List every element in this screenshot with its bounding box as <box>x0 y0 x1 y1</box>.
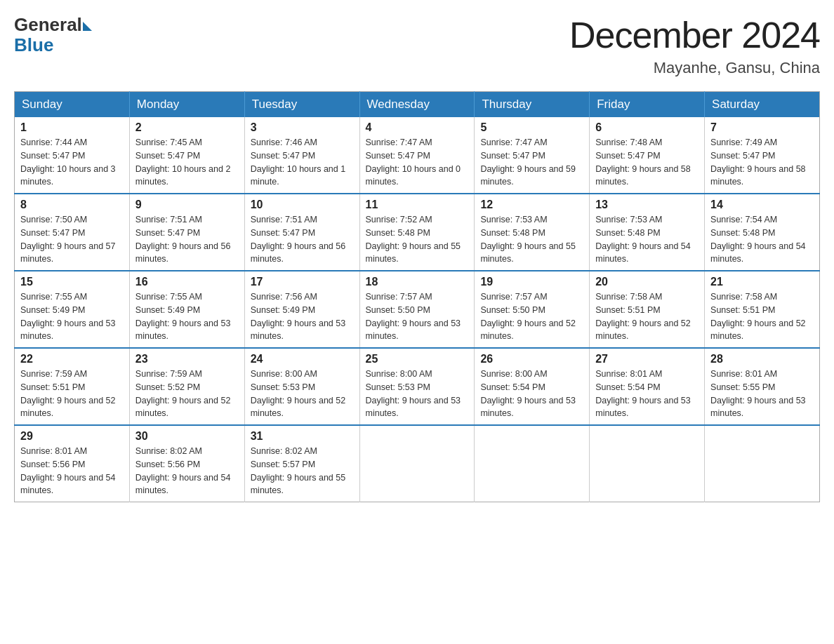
calendar-day-cell: 19 Sunrise: 7:57 AMSunset: 5:50 PMDaylig… <box>475 271 590 348</box>
day-info: Sunrise: 7:45 AMSunset: 5:47 PMDaylight:… <box>135 136 239 189</box>
calendar-day-cell <box>359 425 475 502</box>
day-number: 2 <box>135 121 239 134</box>
day-info: Sunrise: 7:58 AMSunset: 5:51 PMDaylight:… <box>595 290 699 343</box>
day-of-week-header: Friday <box>590 92 705 118</box>
day-number: 17 <box>251 276 354 288</box>
calendar-day-cell: 12 Sunrise: 7:53 AMSunset: 5:48 PMDaylig… <box>475 194 590 271</box>
calendar-day-cell: 7 Sunrise: 7:49 AMSunset: 5:47 PMDayligh… <box>705 117 820 194</box>
day-info: Sunrise: 7:59 AMSunset: 5:51 PMDaylight:… <box>20 368 124 420</box>
calendar-day-cell: 30 Sunrise: 8:02 AMSunset: 5:56 PMDaylig… <box>129 425 244 502</box>
day-info: Sunrise: 7:47 AMSunset: 5:47 PMDaylight:… <box>366 136 469 189</box>
day-info: Sunrise: 7:47 AMSunset: 5:47 PMDaylight:… <box>480 136 583 189</box>
day-number: 24 <box>251 353 354 365</box>
calendar-day-cell: 28 Sunrise: 8:01 AMSunset: 5:55 PMDaylig… <box>705 348 820 425</box>
calendar-day-cell: 21 Sunrise: 7:58 AMSunset: 5:51 PMDaylig… <box>705 271 820 348</box>
calendar-day-cell: 8 Sunrise: 7:50 AMSunset: 5:47 PMDayligh… <box>15 194 130 271</box>
day-number: 10 <box>251 199 354 211</box>
day-info: Sunrise: 7:57 AMSunset: 5:50 PMDaylight:… <box>480 290 583 343</box>
day-of-week-header: Monday <box>129 92 244 118</box>
calendar-week-row: 22 Sunrise: 7:59 AMSunset: 5:51 PMDaylig… <box>15 348 820 425</box>
day-info: Sunrise: 7:56 AMSunset: 5:49 PMDaylight:… <box>251 290 354 343</box>
day-info: Sunrise: 7:48 AMSunset: 5:47 PMDaylight:… <box>595 136 699 189</box>
month-title: December 2024 <box>569 14 820 56</box>
day-number: 31 <box>251 430 354 443</box>
day-info: Sunrise: 8:01 AMSunset: 5:54 PMDaylight:… <box>595 368 699 420</box>
day-info: Sunrise: 7:59 AMSunset: 5:52 PMDaylight:… <box>135 368 239 420</box>
calendar-day-cell: 6 Sunrise: 7:48 AMSunset: 5:47 PMDayligh… <box>590 117 705 194</box>
day-info: Sunrise: 7:51 AMSunset: 5:47 PMDaylight:… <box>251 213 354 266</box>
calendar-day-cell: 29 Sunrise: 8:01 AMSunset: 5:56 PMDaylig… <box>15 425 130 502</box>
day-number: 8 <box>20 199 124 211</box>
day-info: Sunrise: 7:44 AMSunset: 5:47 PMDaylight:… <box>20 136 124 189</box>
calendar-week-row: 1 Sunrise: 7:44 AMSunset: 5:47 PMDayligh… <box>15 117 820 194</box>
logo-general-text: General <box>14 14 82 36</box>
day-info: Sunrise: 8:00 AMSunset: 5:54 PMDaylight:… <box>480 368 583 420</box>
calendar-day-cell <box>590 425 705 502</box>
calendar-day-cell <box>705 425 820 502</box>
day-number: 6 <box>595 121 699 134</box>
day-info: Sunrise: 7:51 AMSunset: 5:47 PMDaylight:… <box>135 213 239 266</box>
day-info: Sunrise: 8:00 AMSunset: 5:53 PMDaylight:… <box>251 368 354 420</box>
day-number: 7 <box>710 121 814 134</box>
calendar-day-cell: 10 Sunrise: 7:51 AMSunset: 5:47 PMDaylig… <box>244 194 359 271</box>
day-info: Sunrise: 7:50 AMSunset: 5:47 PMDaylight:… <box>20 213 124 266</box>
calendar-day-cell: 20 Sunrise: 7:58 AMSunset: 5:51 PMDaylig… <box>590 271 705 348</box>
day-number: 3 <box>251 121 354 134</box>
day-info: Sunrise: 7:49 AMSunset: 5:47 PMDaylight:… <box>710 136 814 189</box>
calendar-week-row: 8 Sunrise: 7:50 AMSunset: 5:47 PMDayligh… <box>15 194 820 271</box>
day-of-week-header: Thursday <box>475 92 590 118</box>
day-number: 4 <box>366 121 469 134</box>
day-of-week-header: Saturday <box>705 92 820 118</box>
day-info: Sunrise: 7:58 AMSunset: 5:51 PMDaylight:… <box>710 290 814 343</box>
day-info: Sunrise: 8:01 AMSunset: 5:55 PMDaylight:… <box>710 368 814 420</box>
calendar-day-cell <box>475 425 590 502</box>
calendar-day-cell: 27 Sunrise: 8:01 AMSunset: 5:54 PMDaylig… <box>590 348 705 425</box>
day-info: Sunrise: 7:52 AMSunset: 5:48 PMDaylight:… <box>366 213 469 266</box>
day-info: Sunrise: 7:46 AMSunset: 5:47 PMDaylight:… <box>251 136 354 189</box>
day-info: Sunrise: 7:55 AMSunset: 5:49 PMDaylight:… <box>20 290 124 343</box>
day-number: 13 <box>595 199 699 211</box>
calendar-day-cell: 31 Sunrise: 8:02 AMSunset: 5:57 PMDaylig… <box>244 425 359 502</box>
day-info: Sunrise: 7:57 AMSunset: 5:50 PMDaylight:… <box>366 290 469 343</box>
day-number: 11 <box>366 199 469 211</box>
day-of-week-header: Tuesday <box>244 92 359 118</box>
calendar-day-cell: 9 Sunrise: 7:51 AMSunset: 5:47 PMDayligh… <box>129 194 244 271</box>
calendar-day-cell: 24 Sunrise: 8:00 AMSunset: 5:53 PMDaylig… <box>244 348 359 425</box>
day-number: 1 <box>20 121 124 134</box>
calendar-table: SundayMondayTuesdayWednesdayThursdayFrid… <box>14 91 820 502</box>
day-number: 29 <box>20 430 124 443</box>
calendar-day-cell: 16 Sunrise: 7:55 AMSunset: 5:49 PMDaylig… <box>129 271 244 348</box>
day-number: 26 <box>480 353 583 365</box>
day-number: 19 <box>480 276 583 288</box>
day-info: Sunrise: 7:54 AMSunset: 5:48 PMDaylight:… <box>710 213 814 266</box>
location-text: Mayanhe, Gansu, China <box>569 59 820 77</box>
day-number: 25 <box>366 353 469 365</box>
calendar-day-cell: 13 Sunrise: 7:53 AMSunset: 5:48 PMDaylig… <box>590 194 705 271</box>
title-section: December 2024 Mayanhe, Gansu, China <box>569 14 820 77</box>
day-number: 28 <box>710 353 814 365</box>
day-number: 27 <box>595 353 699 365</box>
day-number: 9 <box>135 199 239 211</box>
calendar-day-cell: 2 Sunrise: 7:45 AMSunset: 5:47 PMDayligh… <box>129 117 244 194</box>
day-number: 12 <box>480 199 583 211</box>
calendar-day-cell: 4 Sunrise: 7:47 AMSunset: 5:47 PMDayligh… <box>359 117 475 194</box>
day-number: 14 <box>710 199 814 211</box>
calendar-day-cell: 14 Sunrise: 7:54 AMSunset: 5:48 PMDaylig… <box>705 194 820 271</box>
day-number: 5 <box>480 121 583 134</box>
calendar-day-cell: 22 Sunrise: 7:59 AMSunset: 5:51 PMDaylig… <box>15 348 130 425</box>
calendar-week-row: 29 Sunrise: 8:01 AMSunset: 5:56 PMDaylig… <box>15 425 820 502</box>
day-number: 20 <box>595 276 699 288</box>
calendar-day-cell: 26 Sunrise: 8:00 AMSunset: 5:54 PMDaylig… <box>475 348 590 425</box>
logo-blue-text: Blue <box>14 34 92 56</box>
calendar-header-row: SundayMondayTuesdayWednesdayThursdayFrid… <box>15 92 820 118</box>
day-info: Sunrise: 8:02 AMSunset: 5:56 PMDaylight:… <box>135 445 239 497</box>
day-info: Sunrise: 8:00 AMSunset: 5:53 PMDaylight:… <box>366 368 469 420</box>
day-number: 21 <box>710 276 814 288</box>
calendar-day-cell: 11 Sunrise: 7:52 AMSunset: 5:48 PMDaylig… <box>359 194 475 271</box>
day-info: Sunrise: 7:53 AMSunset: 5:48 PMDaylight:… <box>595 213 699 266</box>
day-info: Sunrise: 7:53 AMSunset: 5:48 PMDaylight:… <box>480 213 583 266</box>
day-number: 16 <box>135 276 239 288</box>
logo: General Blue <box>14 14 92 56</box>
day-number: 15 <box>20 276 124 288</box>
day-number: 23 <box>135 353 239 365</box>
